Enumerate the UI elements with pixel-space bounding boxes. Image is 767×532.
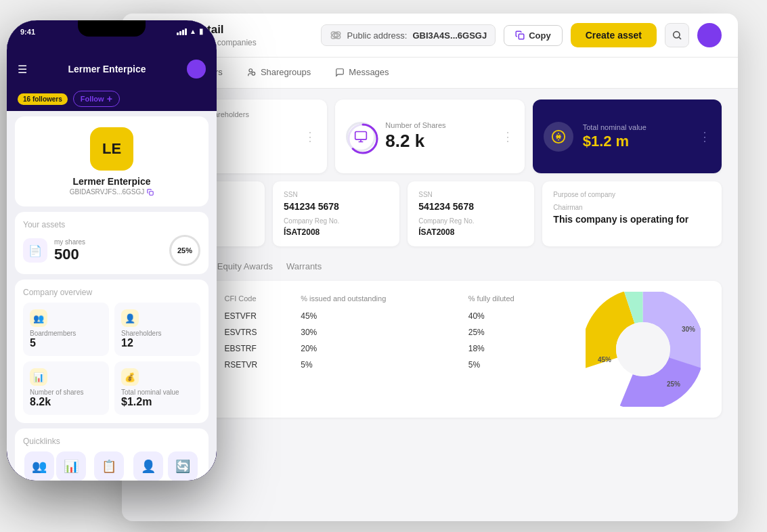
cell-cfi: ESTVFR — [219, 308, 296, 324]
table-area: Shares CFI Code % issued and outstanding… — [138, 281, 722, 418]
ssn-card-2: SSN 541234 5678 Company Reg No. ÍSAT2008 — [273, 181, 399, 246]
stock-tabs: Stock Plans and Equity Awards Warrants — [138, 254, 722, 281]
phone-wrapper: 9:41 ▲ ▮ ☰ Lermer Ent — [7, 20, 217, 508]
pie-label-30: 30% — [682, 326, 695, 333]
nominal-overview-value: $1.2m — [121, 396, 194, 408]
company-name: Lermer Enterpice — [26, 176, 198, 187]
donut-ring-shares — [347, 123, 379, 155]
phone-screen: 9:41 ▲ ▮ ☰ Lermer Ent — [7, 20, 217, 481]
boardmembers-overview-label: Boardmembers — [30, 330, 102, 337]
quicklink-item[interactable]: 📊 Cap Table — [56, 451, 86, 481]
percentage-circle: 25% — [169, 235, 200, 266]
ssn-2-value: 541234 5678 — [284, 201, 389, 212]
phone-time: 9:41 — [20, 28, 35, 36]
reg-2-value: ÍSAT2008 — [284, 227, 389, 237]
chairman-label: Chairman — [553, 204, 711, 211]
overview-num-shares: 📊 Number of shares 8.2k — [23, 361, 109, 415]
stat-shares: Number of Shares 8.2 k ⋮ — [335, 99, 524, 173]
search-button[interactable] — [665, 23, 689, 47]
purpose-card: Purpose of company Chairman This company… — [542, 181, 722, 246]
cell-diluted: 25% — [463, 324, 562, 340]
col-issued: % issued and outstanding — [295, 292, 463, 308]
search-icon — [672, 30, 682, 41]
tab-sharegroups-label: Sharegroups — [261, 67, 311, 77]
quicklink-item[interactable]: 🔄 Trans- actions — [166, 451, 200, 481]
tab-sharegroups[interactable]: Sharegroups — [236, 58, 322, 88]
quicklink-icon: 📊 — [56, 451, 86, 481]
pie-chart-svg — [586, 292, 701, 407]
quicklink-item[interactable]: 👤 Share holders — [131, 451, 166, 481]
shareholders-more-icon[interactable]: ⋮ — [304, 129, 316, 144]
shareholders-overview-label: Shareholders — [121, 330, 194, 337]
followers-badge: 16 followers — [18, 93, 68, 105]
purpose-title: Purpose of company — [553, 191, 711, 198]
quicklink-item[interactable]: 👥 Share groups — [23, 451, 56, 481]
company-address: GBIDASRVJFS...6GSGJ — [26, 188, 198, 196]
col-cfi: CFI Code — [219, 292, 296, 308]
shares-label: Number of Shares — [385, 121, 491, 129]
cell-issued: 5% — [295, 357, 463, 373]
asset-details: my shares 500 — [54, 238, 85, 263]
svg-rect-3 — [519, 34, 524, 39]
messages-tab-icon — [335, 68, 345, 77]
shares-value: 8.2 k — [385, 131, 491, 152]
follow-button[interactable]: Follow + — [73, 91, 120, 107]
phone-header: ☰ Lermer Enterpice — [7, 54, 217, 87]
nominal-icon — [551, 129, 566, 144]
nominal-more-icon[interactable]: ⋮ — [699, 129, 711, 144]
asset-value: 500 — [54, 246, 85, 263]
pie-chart: 30% 45% 25% — [586, 292, 701, 407]
header-actions: Public address: GBI3A4S...6GSGJ Copy Cre… — [321, 23, 722, 47]
asset-row: 📄 my shares 500 25% — [23, 235, 200, 266]
ssn-2-label: SSN — [284, 191, 389, 198]
stat-nominal-value: Total nominal value $1.2 m ⋮ — [533, 99, 722, 173]
svg-point-0 — [334, 34, 337, 37]
reg-2-label: Company Reg No. — [284, 217, 389, 225]
stock-tab-warrants[interactable]: Warrants — [286, 261, 322, 275]
quicklink-icon: 👤 — [133, 451, 163, 481]
battery-icon: ▮ — [199, 27, 203, 36]
percentage-value: 25% — [177, 246, 192, 254]
nominal-value: $1.2 m — [583, 133, 689, 150]
cell-diluted: 40% — [463, 308, 562, 324]
tab-messages-label: Messages — [349, 67, 389, 77]
phone-status-bar-area: 9:41 ▲ ▮ — [7, 20, 217, 54]
pie-label-45: 45% — [598, 356, 611, 363]
asset-icon: 📄 — [23, 238, 47, 263]
follow-label: Follow — [81, 95, 104, 103]
signal-bars — [177, 28, 187, 35]
create-asset-button[interactable]: Create asset — [571, 23, 657, 47]
copy-label: Copy — [529, 30, 551, 41]
ssn-3-label: SSN — [418, 191, 523, 198]
copy-small-icon[interactable] — [147, 189, 154, 196]
orbit-icon — [330, 29, 342, 41]
followers-row: 16 followers Follow + — [7, 87, 217, 111]
hamburger-icon[interactable]: ☰ — [18, 63, 27, 76]
nominal-icon-bg — [544, 122, 573, 152]
copy-button[interactable]: Copy — [504, 25, 563, 46]
quicklinks-section: Quicklinks 👥 Share groups 📊 Cap Table 📋 … — [15, 428, 209, 481]
svg-point-18 — [616, 322, 670, 376]
quicklink-item[interactable]: 📋 Annual statements — [86, 451, 131, 481]
nominal-overview-icon: 💰 — [121, 368, 139, 386]
user-avatar[interactable] — [697, 23, 722, 47]
cell-diluted: 5% — [463, 357, 562, 373]
pie-label-25: 25% — [667, 380, 680, 388]
boardmembers-overview-value: 5 — [30, 337, 102, 349]
phone-avatar[interactable] — [187, 60, 206, 79]
sharegroups-tab-icon — [247, 68, 257, 77]
shares-more-icon[interactable]: ⋮ — [502, 129, 514, 144]
asset-label: my shares — [54, 238, 85, 246]
signal-bar-2 — [179, 31, 181, 35]
overview-title: Company overview — [23, 288, 200, 297]
reg-3-value: ÍSAT2008 — [418, 227, 523, 237]
cell-cfi: EBSTRF — [219, 340, 296, 357]
signal-bar-4 — [185, 28, 187, 35]
cell-issued: 45% — [295, 308, 463, 324]
cell-issued: 30% — [295, 324, 463, 340]
overview-grid: 👥 Boardmembers 5 👤 Shareholders 12 📊 Num… — [23, 303, 200, 415]
copy-icon — [515, 30, 525, 40]
signal-bar-1 — [177, 32, 179, 35]
signal-bar-3 — [182, 30, 184, 35]
tab-messages[interactable]: Messages — [324, 58, 399, 88]
